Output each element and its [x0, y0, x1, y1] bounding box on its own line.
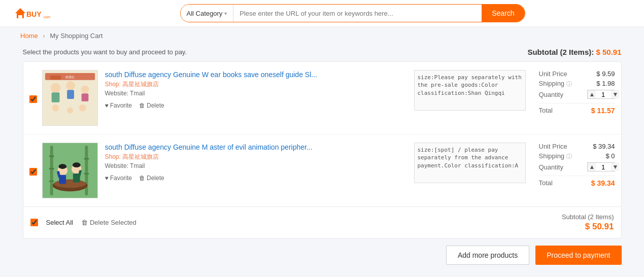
item-1-pricing: Unit Price $ 9.59 Shipping ⓘ $ 1.98 Quan…: [534, 70, 615, 115]
item-1-details: south Diffuse agency Genuine W ear books…: [105, 70, 406, 109]
search-button[interactable]: Search: [482, 5, 524, 22]
svg-rect-8: [51, 92, 59, 102]
item-2-notes: size:[spot] / please pay separately from…: [414, 143, 526, 185]
item-2-image-svg: [43, 143, 97, 198]
select-all-label[interactable]: Select All: [46, 219, 73, 226]
item-1-image-svg: 南漫社: [43, 70, 97, 126]
svg-rect-10: [67, 90, 74, 99]
item-2-website: Website: Tmail: [105, 162, 406, 169]
item-1-qty-input[interactable]: [596, 91, 611, 98]
item-2-qty-decrease[interactable]: ▲: [588, 163, 596, 171]
cart-bottom-left: Select All 🗑 Delete Selected: [30, 219, 137, 226]
item-2-delete-btn[interactable]: 🗑 Delete: [139, 175, 164, 182]
item-1-unit-price-row: Unit Price $ 9.59: [539, 70, 615, 78]
svg-marker-0: [15, 8, 25, 13]
trash-icon: 🗑: [139, 175, 145, 182]
item-2-notes-textarea[interactable]: size:[spot] / please pay separately from…: [414, 143, 526, 183]
svg-rect-12: [81, 93, 88, 101]
cart-subtitle: Select the products you want to buy and …: [23, 48, 187, 56]
cart-item: 南漫社 south Diffuse agency Genuine W ear b…: [23, 62, 621, 134]
item-1-checkbox[interactable]: [29, 95, 37, 103]
item-2-title[interactable]: south Diffuse agency Genuine M aster of …: [105, 143, 313, 151]
cart-subtotal-header: Subtotal (2 Items): $ 50.91: [527, 48, 621, 56]
item-1-shipping: $ 1.98: [596, 80, 615, 88]
item-2-unit-price: $ 39.34: [593, 143, 615, 150]
svg-point-27: [54, 180, 86, 188]
item-1-quantity-box: ▲ ▼: [587, 90, 615, 99]
item-1-delete-btn[interactable]: 🗑 Delete: [139, 102, 164, 109]
item-1-favorite-btn[interactable]: ♥ Favorite: [105, 102, 132, 109]
bottom-subtotal-label: Subtotal (2 Items): [562, 213, 614, 221]
logo-icon: BUY .com: [10, 4, 51, 22]
svg-text:南漫社: 南漫社: [65, 76, 75, 79]
svg-rect-22: [49, 181, 54, 182]
item-1-qty-decrease[interactable]: ▲: [588, 90, 596, 98]
svg-point-11: [81, 85, 89, 93]
trash-icon: 🗑: [139, 102, 145, 109]
breadcrumb-separator: ›: [43, 32, 45, 40]
item-2-details: south Diffuse agency Genuine M aster of …: [105, 143, 406, 182]
item-1-notes-textarea[interactable]: size:Please pay separately with the pre-…: [414, 70, 526, 111]
search-bar: All Category ▾ Search: [180, 4, 525, 22]
item-1-image: 南漫社: [42, 70, 98, 126]
item-1-shop: Shop: 高星祉城旗店: [105, 80, 406, 89]
svg-rect-20: [49, 156, 54, 157]
item-2-unit-price-row: Unit Price $ 39.34: [539, 143, 615, 150]
add-more-products-button[interactable]: Add more products: [446, 246, 529, 265]
shipping-info-icon: ⓘ: [566, 81, 572, 87]
item-2-image: [42, 143, 98, 198]
svg-point-34: [58, 164, 66, 169]
item-2-shipping-row: Shipping ⓘ $ 0: [539, 152, 615, 160]
svg-rect-2: [18, 15, 22, 18]
item-1-quantity-row: Quantity ▲ ▼: [539, 90, 615, 99]
svg-rect-24: [84, 158, 89, 159]
item-1-notes: size:Please pay separately with the pre-…: [414, 70, 526, 112]
item-2-total-row: Total $ 39.34: [539, 176, 615, 187]
item-2-qty-input[interactable]: [596, 163, 611, 171]
svg-point-9: [66, 81, 75, 90]
cart-items-container: 南漫社 south Diffuse agency Genuine W ear b…: [23, 61, 622, 207]
breadcrumb: Home › My Shopping Cart: [10, 27, 634, 45]
action-buttons: Add more products Proceed to payment: [23, 238, 622, 270]
item-2-total: $ 39.34: [591, 179, 615, 187]
item-1-total: $ 11.57: [591, 107, 615, 115]
select-all-checkbox[interactable]: [30, 219, 38, 226]
item-2-quantity-row: Quantity ▲ ▼: [539, 162, 615, 171]
svg-rect-19: [50, 146, 53, 195]
svg-text:.com: .com: [43, 15, 50, 19]
item-2-actions: ♥ Favorite 🗑 Delete: [105, 175, 406, 182]
item-2-favorite-btn[interactable]: ♥ Favorite: [105, 175, 132, 182]
cart-bottom-right: Subtotal (2 Items) $ 50.91: [562, 213, 614, 232]
shipping-info-icon: ⓘ: [566, 153, 572, 159]
svg-point-7: [50, 83, 60, 93]
proceed-payment-button[interactable]: Proceed to payment: [535, 246, 621, 265]
item-1-shipping-row: Shipping ⓘ $ 1.98: [539, 80, 615, 88]
chevron-down-icon: ▾: [224, 11, 227, 16]
breadcrumb-current: My Shopping Cart: [50, 32, 103, 40]
item-1-qty-increase[interactable]: ▼: [611, 90, 619, 98]
svg-point-35: [72, 162, 80, 167]
svg-rect-25: [84, 173, 89, 175]
item-1-website: Website: Tmail: [105, 90, 406, 97]
delete-selected-button[interactable]: 🗑 Delete Selected: [81, 219, 137, 226]
category-dropdown[interactable]: All Category ▾: [181, 5, 234, 22]
cart-item: south Diffuse agency Genuine M aster of …: [23, 134, 621, 206]
heart-icon: ♥: [105, 102, 109, 109]
bottom-subtotal-amount: $ 50.91: [562, 222, 614, 232]
subtotal-value: $ 50.91: [596, 48, 621, 56]
logo-area: BUY .com: [10, 4, 71, 22]
svg-point-14: [67, 108, 73, 114]
item-2-shop: Shop: 高星祉城旗店: [105, 153, 406, 161]
item-2-qty-increase[interactable]: ▼: [611, 163, 619, 171]
item-1-total-row: Total $ 11.57: [539, 103, 615, 115]
item-2-checkbox[interactable]: [29, 168, 37, 176]
svg-rect-21: [49, 168, 54, 169]
breadcrumb-home[interactable]: Home: [20, 32, 38, 40]
search-input[interactable]: [233, 5, 482, 22]
svg-point-15: [79, 105, 86, 112]
cart-bottom-bar: Select All 🗑 Delete Selected Subtotal (2…: [23, 207, 622, 238]
main-content: Select the products you want to buy and …: [13, 45, 632, 270]
item-1-actions: ♥ Favorite 🗑 Delete: [105, 102, 406, 109]
item-1-unit-price: $ 9.59: [596, 70, 615, 78]
item-1-title[interactable]: south Diffuse agency Genuine W ear books…: [105, 71, 317, 79]
